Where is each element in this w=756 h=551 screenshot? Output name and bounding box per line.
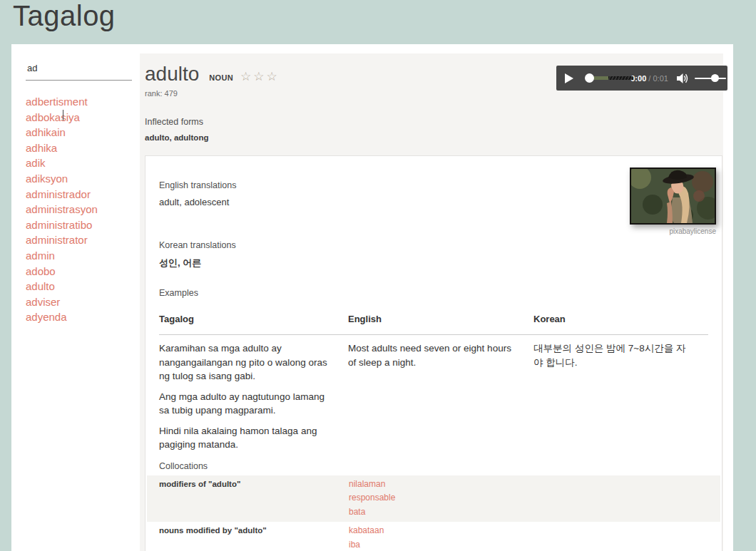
star-icon[interactable]: ☆ [240,70,253,83]
example-english [348,390,533,418]
volume-icon[interactable] [677,73,689,83]
collocation-links: kabataan iba [349,524,720,551]
word-list: adbertisment adbokasiya adhikain adhika … [26,94,140,325]
volume-slider[interactable] [695,73,719,83]
examples-table-header: Tagalog English Korean [159,314,708,335]
example-row: Karamihan sa mga adulto ay nangangailang… [159,335,708,383]
photo-credit-link[interactable]: pixabaylicense [630,227,716,235]
collocation-group: modifiers of "adulto" nilalaman responsa… [147,475,720,522]
text-cursor [63,110,63,120]
word-list-item[interactable]: adhika [26,140,140,156]
volume-knob[interactable] [711,74,719,82]
audio-player: 0:00 / 0:01 [556,66,727,91]
star-icon[interactable]: ☆ [266,70,279,83]
collocation-links: nilalaman responsable bata [349,478,720,520]
collocations-label: Collocations [145,461,722,471]
examples-table: Tagalog English Korean Karamihan sa mga … [159,314,708,452]
collocation-group: nouns modified by "adulto" kabataan iba [147,522,720,551]
collocation-group-label: nouns modified by "adulto" [147,524,349,551]
inflected-forms-value: adulto, adultong [145,133,723,142]
collocation-link[interactable]: kabataan [349,524,720,538]
audio-duration: 0:01 [653,74,668,83]
word-list-item[interactable]: adyenda [26,309,140,325]
word-list-item[interactable]: adbokasiya [26,110,140,125]
examples-label: Examples [145,288,722,298]
audio-time-separator: / [648,74,650,83]
collocation-group-label: modifiers of "adulto" [147,478,349,520]
word-list-item[interactable]: adulto [26,279,140,294]
content-container: adbertisment adbokasiya adhikain adhika … [11,44,733,551]
collocation-link[interactable]: nilalaman [349,478,720,492]
column-header-english: English [348,314,533,324]
collocations-table: modifiers of "adulto" nilalaman responsa… [147,475,720,551]
column-header-korean: Korean [533,314,708,324]
star-rating[interactable]: ☆☆☆ [240,69,280,84]
volume-track [695,78,726,79]
collocation-link[interactable]: responsable [349,491,720,505]
audio-track [589,76,633,80]
word-list-item[interactable]: administrasyon [26,202,140,217]
word-list-item[interactable]: adiksyon [26,171,140,187]
star-icon[interactable]: ☆ [253,70,266,83]
play-icon[interactable] [565,73,573,83]
example-tagalog: Karamihan sa mga adulto ay nangangailang… [159,341,348,383]
example-korean: 대부분의 성인은 밤에 7~8시간을 자야 합니다. [533,341,708,383]
example-english: Most adults need seven or eight hours of… [348,341,533,383]
audio-progress-bar[interactable] [585,73,623,83]
part-of-speech-label: NOUN [209,73,233,82]
example-tagalog: Ang mga adulto ay nagtutungo lamang sa t… [159,390,348,418]
search-input[interactable] [26,60,132,81]
entry-photo [630,168,716,225]
inflected-forms-label: Inflected forms [145,117,723,127]
word-list-item[interactable]: adbertisment [26,94,140,110]
word-list-item[interactable]: administrador [26,187,140,202]
example-korean [533,390,708,418]
entry-panel: adulto NOUN ☆☆☆ rank: 479 0:00 / 0:01 [140,53,723,551]
korean-translations-value: 성인, 어른 [145,257,722,269]
audio-progress-knob[interactable] [585,73,594,83]
korean-translations-label: Korean translations [145,240,722,250]
word-list-item[interactable]: administrator [26,232,140,248]
entry-card: English translations adult, adolescent [145,155,722,551]
example-korean [533,424,708,452]
word-list-item[interactable]: administratibo [26,217,140,233]
page-title: Tagalog [0,0,756,34]
example-tagalog: Hindi nila akalaing hamon talaga ang pag… [159,424,348,452]
collocation-link[interactable]: bata [349,505,720,520]
audio-time: 0:00 / 0:01 [630,74,668,83]
word-list-item[interactable]: adik [26,155,140,171]
example-english [348,424,533,452]
word-list-item[interactable]: adhikain [26,125,140,140]
word-list-item[interactable]: admin [26,248,140,264]
example-row: Ang mga adulto ay nagtutungo lamang sa t… [159,383,708,418]
word-list-item[interactable]: adviser [26,294,140,310]
column-header-tagalog: Tagalog [159,314,348,324]
examples-rows: Karamihan sa mga adulto ay nangangailang… [159,335,708,452]
word-list-item[interactable]: adobo [26,264,140,279]
example-row: Hindi nila akalaing hamon talaga ang pag… [159,418,708,452]
search-sidebar: adbertisment adbokasiya adhikain adhika … [11,44,140,551]
collocation-link[interactable]: iba [349,538,720,551]
headword: adulto [145,63,199,86]
